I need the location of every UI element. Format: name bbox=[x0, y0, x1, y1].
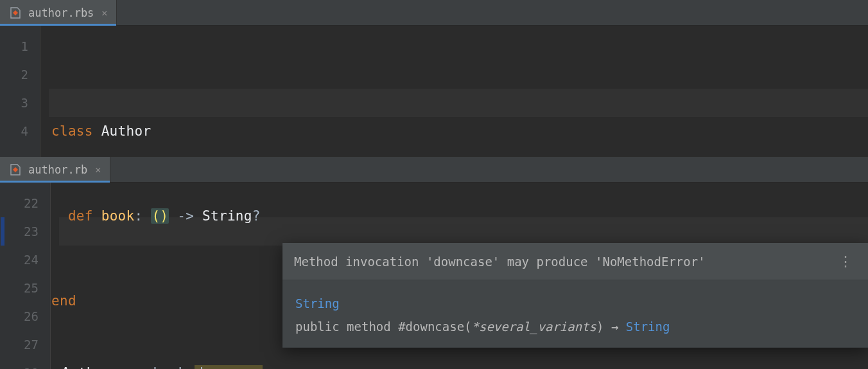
dot: . bbox=[112, 365, 120, 369]
tab-label: author.rb bbox=[28, 163, 87, 176]
keyword-def: def bbox=[68, 208, 93, 224]
tab-label: author.rbs bbox=[28, 6, 94, 19]
const-author: Author bbox=[62, 365, 112, 369]
line-gutter: 22 23 24 25 26 27 28 bbox=[0, 183, 50, 369]
code-editor-top[interactable]: 1 2 3 4 class Author def book: () -> Str… bbox=[0, 26, 868, 157]
gutter-border bbox=[40, 26, 49, 157]
keyword-class: class bbox=[51, 123, 93, 139]
line-number: 2 bbox=[6, 60, 28, 89]
rbs-file-icon bbox=[9, 6, 22, 19]
editor-pane-top: author.rbs ✕ 1 2 3 4 class Author def bo… bbox=[0, 0, 868, 157]
return-type: String bbox=[202, 208, 252, 224]
method-name: book bbox=[101, 208, 135, 224]
close-icon[interactable]: ✕ bbox=[94, 164, 102, 176]
line-number: 4 bbox=[6, 117, 28, 145]
close-icon[interactable]: ✕ bbox=[100, 7, 108, 19]
line-number: 27 bbox=[6, 330, 39, 359]
line-number: 22 bbox=[6, 189, 39, 217]
line-number: 28 bbox=[6, 359, 39, 369]
gutter-modified-mark bbox=[1, 217, 4, 246]
tab-bar-top: author.rbs ✕ bbox=[0, 0, 868, 26]
class-name: Author bbox=[101, 123, 152, 139]
call-book: book bbox=[153, 365, 186, 369]
rb-file-icon bbox=[9, 163, 22, 176]
line-number: 23 bbox=[6, 217, 39, 246]
matched-parens: () bbox=[151, 208, 169, 224]
tab-author-rbs[interactable]: author.rbs ✕ bbox=[0, 0, 117, 25]
sig-prefix: public method #downcase( bbox=[295, 320, 472, 334]
sig-suffix: ) → bbox=[596, 320, 618, 334]
colon: : bbox=[134, 208, 143, 224]
call-new: new bbox=[120, 365, 145, 369]
line-number: 3 bbox=[6, 89, 28, 117]
caret-line-highlight bbox=[49, 89, 868, 117]
code-area[interactable]: class Author def book: () -> String? end bbox=[49, 26, 868, 157]
line-number: 24 bbox=[6, 246, 39, 274]
dot: . bbox=[144, 365, 153, 369]
tooltip-message: Method invocation 'downcase' may produce… bbox=[294, 255, 836, 269]
tab-author-rb[interactable]: author.rb ✕ bbox=[0, 157, 110, 182]
line-gutter: 1 2 3 4 bbox=[0, 26, 40, 157]
sig-args: *several_variants bbox=[472, 320, 596, 334]
more-actions-icon[interactable]: ⋮ bbox=[836, 253, 856, 269]
question-mark: ? bbox=[252, 208, 261, 224]
dot: . bbox=[186, 365, 195, 369]
arrow: -> bbox=[177, 208, 194, 224]
line-number: 1 bbox=[6, 32, 28, 60]
line-number: 26 bbox=[6, 302, 39, 330]
line-number: 25 bbox=[6, 274, 39, 302]
doc-return-type-link[interactable]: String bbox=[626, 320, 670, 334]
warning-highlight-downcase: downcase bbox=[195, 365, 263, 369]
doc-signature: public method #downcase(*several_variant… bbox=[295, 315, 855, 338]
